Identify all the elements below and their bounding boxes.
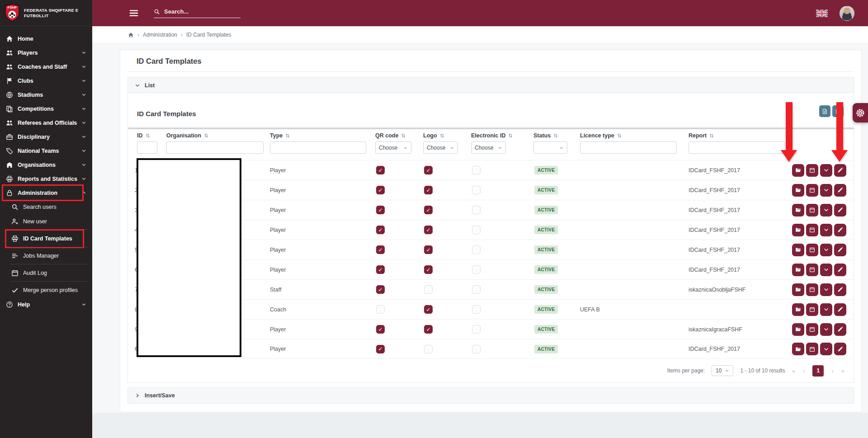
breadcrumb-home-icon[interactable] xyxy=(128,32,134,38)
column-header-report[interactable]: Report xyxy=(689,132,790,139)
logo-checkbox[interactable] xyxy=(424,345,433,353)
history-button[interactable] xyxy=(806,204,818,217)
history-button[interactable] xyxy=(806,343,818,355)
open-template-button[interactable] xyxy=(792,343,804,355)
more-actions-button[interactable] xyxy=(820,303,832,316)
column-header-type[interactable]: Type xyxy=(270,132,375,139)
open-template-button[interactable] xyxy=(792,323,804,336)
electronic-id-checkbox[interactable] xyxy=(472,186,481,194)
filter-electronic-id-select[interactable]: Choose xyxy=(471,141,506,154)
history-button[interactable] xyxy=(806,224,818,236)
sidebar-item-referees-and-officials[interactable]: Referees and Officials xyxy=(0,116,92,130)
edit-button[interactable] xyxy=(834,283,846,296)
user-avatar[interactable] xyxy=(840,6,854,21)
electronic-id-checkbox[interactable] xyxy=(472,206,481,214)
filter-logo-select[interactable]: Choose xyxy=(423,141,458,154)
more-actions-button[interactable] xyxy=(820,283,832,296)
logo-checkbox[interactable] xyxy=(424,285,433,294)
edit-button[interactable] xyxy=(834,224,846,236)
hamburger-menu-icon[interactable] xyxy=(128,9,140,18)
insert-save-panel-header[interactable]: Insert/Save xyxy=(128,388,854,403)
open-template-button[interactable] xyxy=(792,204,804,217)
electronic-id-checkbox[interactable] xyxy=(472,265,481,274)
sidebar-item-competitions[interactable]: Competitions xyxy=(0,102,92,116)
edit-button[interactable] xyxy=(834,204,846,217)
open-template-button[interactable] xyxy=(792,283,804,296)
filter-type-input[interactable] xyxy=(270,141,366,154)
more-actions-button[interactable] xyxy=(820,164,832,177)
column-header-licence-type[interactable]: Licence type xyxy=(580,132,689,139)
breadcrumb-administration[interactable]: Administration xyxy=(143,32,177,38)
uk-flag-icon[interactable] xyxy=(816,9,828,17)
filter-organisation-input[interactable] xyxy=(166,141,264,154)
sidebar-item-merge-person-profiles[interactable]: Merge person profiles xyxy=(0,283,92,297)
history-button[interactable] xyxy=(806,184,818,197)
electronic-id-checkbox[interactable] xyxy=(472,325,481,334)
column-header-status[interactable]: Status xyxy=(533,132,580,139)
sidebar-item-jobs-manager[interactable]: Jobs Manager xyxy=(0,249,92,263)
filter-status-select[interactable] xyxy=(533,141,567,154)
electronic-id-checkbox[interactable] xyxy=(472,226,481,234)
edit-button[interactable] xyxy=(834,184,846,197)
history-button[interactable] xyxy=(806,264,818,276)
list-panel-header[interactable]: List xyxy=(128,78,854,93)
column-header-logo[interactable]: Logo xyxy=(423,132,471,139)
history-button[interactable] xyxy=(806,283,818,296)
more-actions-button[interactable] xyxy=(820,184,832,197)
sidebar-item-audit-log[interactable]: Audit Log xyxy=(0,266,92,280)
electronic-id-checkbox[interactable] xyxy=(472,345,481,353)
logo-checkbox[interactable] xyxy=(424,325,433,334)
next-page-button[interactable]: › xyxy=(831,367,833,374)
history-button[interactable] xyxy=(806,303,818,316)
open-template-button[interactable] xyxy=(792,224,804,236)
edit-button[interactable] xyxy=(834,244,846,256)
open-template-button[interactable] xyxy=(792,264,804,276)
open-template-button[interactable] xyxy=(792,164,804,177)
logo-checkbox[interactable] xyxy=(424,265,433,274)
qr-code-checkbox[interactable] xyxy=(376,226,385,234)
history-button[interactable] xyxy=(806,244,818,256)
sidebar-item-help[interactable]: Help xyxy=(0,297,92,311)
first-page-button[interactable]: « xyxy=(792,367,795,374)
history-button[interactable] xyxy=(806,323,818,336)
qr-code-checkbox[interactable] xyxy=(376,325,385,334)
page-size-select[interactable]: 10 xyxy=(712,365,733,376)
history-button[interactable] xyxy=(806,164,818,177)
more-actions-button[interactable] xyxy=(820,204,832,217)
electronic-id-checkbox[interactable] xyxy=(472,166,481,174)
sidebar-item-id-card-templates[interactable]: ID Card Templates xyxy=(0,231,92,246)
qr-code-checkbox[interactable] xyxy=(376,345,385,353)
logo-checkbox[interactable] xyxy=(424,206,433,214)
settings-flyout-button[interactable] xyxy=(853,103,868,122)
logo-checkbox[interactable] xyxy=(424,186,433,194)
prev-page-button[interactable]: ‹ xyxy=(803,367,805,374)
open-template-button[interactable] xyxy=(792,244,804,256)
sidebar-item-new-user[interactable]: New user xyxy=(0,214,92,229)
edit-button[interactable] xyxy=(834,303,846,316)
export-excel-button[interactable] xyxy=(819,105,830,117)
current-page-button[interactable]: 1 xyxy=(812,365,824,377)
filter-report-input[interactable] xyxy=(689,141,785,154)
more-actions-button[interactable] xyxy=(820,323,832,336)
sidebar-item-stadiums[interactable]: Stadiums xyxy=(0,88,92,102)
open-template-button[interactable] xyxy=(792,303,804,316)
edit-button[interactable] xyxy=(834,343,846,355)
sidebar-item-administration[interactable]: Administration xyxy=(0,186,92,200)
sidebar-item-reports-and-statistics[interactable]: Reports and Statistics xyxy=(0,172,92,186)
sidebar-item-home[interactable]: Home xyxy=(0,32,92,46)
qr-code-checkbox[interactable] xyxy=(376,285,385,294)
qr-code-checkbox[interactable] xyxy=(376,245,385,254)
edit-button[interactable] xyxy=(834,264,846,276)
qr-code-checkbox[interactable] xyxy=(376,186,385,194)
filter-qr-select[interactable]: Choose xyxy=(375,141,411,154)
last-page-button[interactable]: » xyxy=(841,367,844,374)
qr-code-checkbox[interactable] xyxy=(376,206,385,214)
column-header-qr-code[interactable]: QR code xyxy=(375,132,423,139)
more-actions-button[interactable] xyxy=(820,343,832,355)
electronic-id-checkbox[interactable] xyxy=(472,285,481,294)
filter-id-input[interactable] xyxy=(137,141,157,154)
search-input[interactable] xyxy=(164,8,232,15)
edit-button[interactable] xyxy=(834,164,846,177)
sidebar-item-players[interactable]: Players xyxy=(0,46,92,60)
logo-checkbox[interactable] xyxy=(424,166,433,174)
